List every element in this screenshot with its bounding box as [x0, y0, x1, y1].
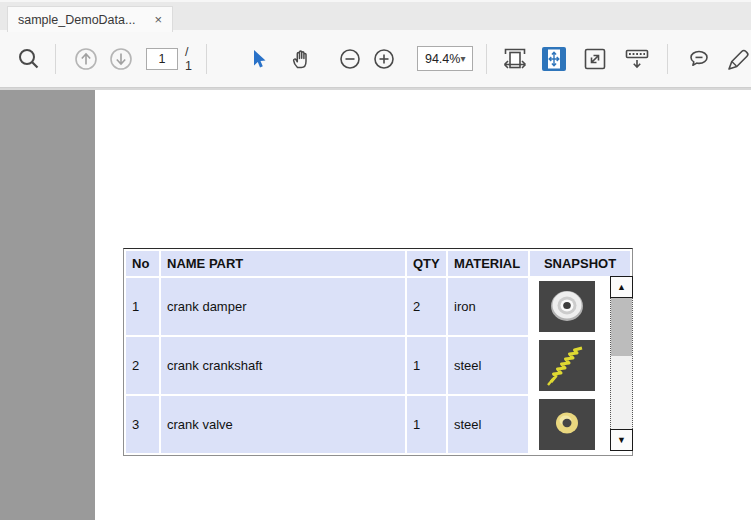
page-up-icon: [73, 46, 99, 72]
zoom-in-button[interactable]: [373, 48, 395, 70]
previous-page-button[interactable]: [73, 46, 99, 72]
col-header-qty: QTY: [407, 251, 446, 276]
hand-icon: [289, 47, 313, 71]
scrollbar-thumb[interactable]: [611, 298, 632, 356]
parts-table-container: No NAME PART QTY MATERIAL SNAPSHOT 1 cra…: [123, 248, 635, 456]
valve-ring-thumbnail: [539, 399, 595, 450]
select-tool-button[interactable]: [247, 48, 269, 70]
document-tab-title: sample_DemoData...: [18, 13, 146, 27]
fit-width-icon: [502, 46, 528, 72]
scrollbar-track[interactable]: [610, 298, 633, 429]
cell-name: crank crankshaft: [161, 337, 405, 394]
zoom-out-icon: [339, 48, 361, 70]
toolbar-divider: [55, 44, 56, 74]
cell-name: crank damper: [161, 278, 405, 335]
cell-no: 3: [126, 396, 159, 453]
col-header-snapshot: SNAPSHOT: [530, 251, 630, 276]
zoom-out-button[interactable]: [339, 48, 361, 70]
pdf-viewer-window: sample_DemoData... × / 1: [0, 0, 751, 522]
fit-width-button[interactable]: [502, 46, 528, 72]
page-down-icon: [108, 46, 134, 72]
comment-button[interactable]: [686, 46, 712, 72]
zoom-in-icon: [373, 48, 395, 70]
chevron-down-icon: ▾: [460, 53, 465, 64]
hide-toolbar-button[interactable]: [623, 46, 651, 72]
cell-qty: 1: [407, 396, 446, 453]
actual-size-button[interactable]: [582, 46, 608, 72]
cell-material: iron: [448, 278, 528, 335]
cell-qty: 1: [407, 337, 446, 394]
col-header-no: No: [126, 251, 159, 276]
toolbar-divider: [206, 44, 207, 74]
toolbar-divider: [667, 44, 668, 74]
select-arrow-icon: [247, 48, 269, 70]
scroll-down-button[interactable]: ▼: [610, 429, 633, 451]
table-row: 1 crank damper 2 iron: [126, 278, 630, 335]
expand-icon: [582, 46, 608, 72]
page-number-input[interactable]: [146, 48, 178, 70]
main-toolbar: / 1 94.4% ▾: [0, 30, 751, 88]
table-header-row: No NAME PART QTY MATERIAL SNAPSHOT: [126, 251, 630, 276]
table-row: 2 crank crankshaft 1 steel: [126, 337, 630, 394]
fit-page-button[interactable]: [541, 46, 567, 72]
cell-qty: 2: [407, 278, 446, 335]
scroll-down-arrow-icon: ▼: [617, 435, 626, 445]
comment-bubble-icon: [686, 46, 712, 72]
zoom-level-select[interactable]: 94.4% ▾: [417, 46, 473, 71]
scroll-up-button[interactable]: ▲: [610, 276, 633, 298]
damper-disc-thumbnail: [539, 281, 595, 332]
cell-no: 1: [126, 278, 159, 335]
cell-no: 2: [126, 337, 159, 394]
sign-button[interactable]: [726, 46, 751, 72]
toolbar-divider: [486, 44, 487, 74]
cell-material: steel: [448, 396, 528, 453]
pen-icon: [726, 46, 751, 72]
table-scrollbar[interactable]: ▲ ▼: [610, 276, 633, 451]
tab-close-icon[interactable]: ×: [154, 13, 162, 26]
document-tab[interactable]: sample_DemoData... ×: [7, 6, 173, 32]
crankshaft-thumbnail: [539, 340, 595, 391]
fit-page-icon: [541, 46, 567, 72]
search-icon: [16, 46, 42, 72]
col-header-material: MATERIAL: [448, 251, 528, 276]
scroll-up-arrow-icon: ▲: [617, 282, 626, 292]
page-count-label: / 1: [185, 45, 192, 73]
col-header-name-part: NAME PART: [161, 251, 405, 276]
hand-tool-button[interactable]: [289, 47, 313, 71]
search-button[interactable]: [16, 46, 42, 72]
table-row: 3 crank valve 1 steel: [126, 396, 630, 453]
pdf-page: No NAME PART QTY MATERIAL SNAPSHOT 1 cra…: [95, 90, 751, 520]
tab-bar: sample_DemoData... ×: [0, 0, 751, 30]
next-page-button[interactable]: [108, 46, 134, 72]
cell-material: steel: [448, 337, 528, 394]
document-area[interactable]: No NAME PART QTY MATERIAL SNAPSHOT 1 cra…: [0, 88, 751, 520]
cell-name: crank valve: [161, 396, 405, 453]
parts-table: No NAME PART QTY MATERIAL SNAPSHOT 1 cra…: [123, 248, 633, 456]
zoom-level-value: 94.4%: [425, 52, 460, 66]
hide-toolbar-icon: [623, 46, 651, 72]
